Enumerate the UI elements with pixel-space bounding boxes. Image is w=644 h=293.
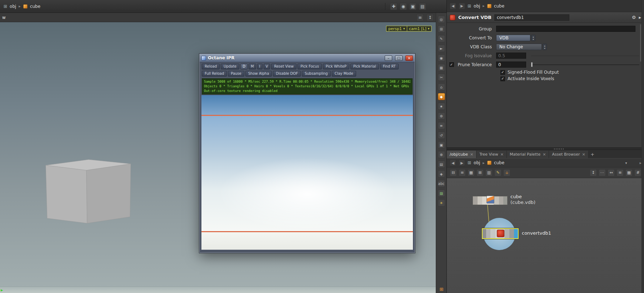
forward-icon[interactable]: ▶ bbox=[459, 3, 465, 9]
tab-asset-browser[interactable]: Asset Browser × bbox=[549, 151, 588, 158]
tab-tree-view[interactable]: Tree View × bbox=[476, 151, 507, 158]
back-icon[interactable]: ◀ bbox=[450, 160, 456, 166]
disable-dof-button[interactable]: Disable DOF bbox=[273, 71, 301, 77]
path-dropdown-caret-icon[interactable]: ▾ bbox=[625, 161, 627, 165]
maximize-button[interactable]: □ bbox=[395, 55, 403, 61]
more-icon[interactable]: ▸ bbox=[639, 15, 641, 20]
layers-icon[interactable]: ▤ bbox=[438, 161, 445, 168]
reload-button[interactable]: Reload bbox=[202, 64, 220, 69]
vdb-class-dropdown[interactable]: No Change bbox=[496, 44, 542, 50]
network-breadcrumb-obj[interactable]: obj bbox=[474, 160, 480, 165]
quickmarks-icon[interactable]: ⊞ bbox=[438, 286, 445, 292]
find-rt-button[interactable]: Find RT bbox=[380, 64, 399, 69]
notes-icon[interactable]: ✎ bbox=[494, 169, 501, 176]
layout-icon[interactable]: ▤ bbox=[419, 3, 426, 10]
octane-titlebar[interactable]: Octane IPR – □ × bbox=[200, 54, 415, 62]
i-toggle-button[interactable]: I bbox=[257, 64, 263, 69]
param-scrollbar[interactable] bbox=[640, 24, 641, 62]
breadcrumb-obj[interactable]: obj bbox=[10, 4, 16, 9]
convert-to-dropdown[interactable]: VDB bbox=[496, 35, 530, 41]
texture-icon[interactable]: ▨ bbox=[438, 190, 445, 197]
objects-icon[interactable]: ▦ bbox=[438, 64, 445, 71]
network-breadcrumb-cube[interactable]: cube bbox=[494, 160, 504, 165]
align-icon[interactable]: ≡ bbox=[616, 169, 624, 176]
convert-to-stepper[interactable]: ▴ ▾ bbox=[531, 35, 535, 41]
sheet-view-icon[interactable]: ▥ bbox=[485, 169, 493, 176]
octane-render-icon[interactable]: ◆ bbox=[438, 93, 445, 100]
snap-grid-icon[interactable]: ⊞ bbox=[438, 25, 445, 33]
undo-icon[interactable]: ↺ bbox=[438, 132, 445, 139]
pick-whitepoint-button[interactable]: Pick WhiteP bbox=[323, 64, 349, 69]
cut-tool-icon[interactable]: ✂ bbox=[438, 74, 445, 81]
param-breadcrumb-obj[interactable]: obj bbox=[474, 4, 480, 9]
layout-horizontal-icon[interactable]: ↔ bbox=[608, 169, 615, 176]
favorites-icon[interactable]: ★ bbox=[438, 103, 445, 110]
v-toggle-button[interactable]: V bbox=[264, 64, 270, 69]
render-view[interactable] bbox=[201, 95, 413, 250]
menu-tool-icon[interactable]: ≡ bbox=[438, 122, 445, 129]
persp-selector[interactable]: persp1 ▾ bbox=[386, 26, 407, 31]
node-convertvdb1[interactable] bbox=[482, 228, 519, 239]
back-icon[interactable]: ◀ bbox=[450, 3, 456, 9]
pause-button[interactable]: Pause bbox=[228, 71, 244, 77]
layout-vertical-icon[interactable]: ↕ bbox=[590, 169, 597, 176]
list-view-icon[interactable]: ≡ bbox=[459, 169, 466, 176]
frame-icon[interactable]: ▣ bbox=[438, 141, 445, 148]
edit-tool-icon[interactable]: ✎ bbox=[438, 35, 445, 42]
close-button[interactable]: × bbox=[405, 55, 413, 61]
camera-selector[interactable]: cam1 [L] ▾ bbox=[407, 26, 431, 31]
prune-tolerance-slider[interactable] bbox=[531, 62, 639, 67]
camera-icon[interactable]: ◉ bbox=[400, 3, 407, 10]
close-icon[interactable]: × bbox=[500, 152, 504, 157]
add-tab-button[interactable]: + bbox=[589, 151, 596, 158]
path-field[interactable] bbox=[45, 3, 385, 10]
pane-divider-grip[interactable] bbox=[554, 148, 565, 150]
pin-icon[interactable]: ✚ bbox=[390, 3, 397, 10]
abc-text-icon[interactable]: abc bbox=[438, 180, 445, 187]
subsampling-button[interactable]: Subsampling bbox=[302, 71, 331, 77]
reset-view-button[interactable]: Reset View bbox=[271, 64, 296, 69]
prune-enable-checkbox[interactable]: ✓ bbox=[449, 62, 454, 67]
folder-icon[interactable]: ⌂ bbox=[503, 169, 510, 176]
play-tool-icon[interactable]: ► bbox=[438, 45, 445, 52]
grid-toggle-icon[interactable]: ▦ bbox=[625, 169, 633, 176]
activate-inside-checkbox[interactable]: ✓ bbox=[500, 77, 505, 81]
forward-icon[interactable]: ▶ bbox=[459, 160, 465, 166]
close-icon[interactable]: × bbox=[582, 152, 585, 157]
gear-icon[interactable]: ⚙ bbox=[632, 15, 636, 20]
update-button[interactable]: Update bbox=[221, 64, 239, 69]
pane-divider[interactable] bbox=[447, 147, 644, 150]
tab-material-palette[interactable]: Material Palette × bbox=[507, 151, 549, 158]
pick-material-button[interactable]: Pick Material bbox=[350, 64, 379, 69]
group-input[interactable] bbox=[496, 26, 635, 32]
tab-obj-cube[interactable]: /obj/cube × bbox=[447, 151, 476, 158]
home-view-icon[interactable]: ⌂ bbox=[438, 83, 445, 91]
minimize-button[interactable]: – bbox=[385, 55, 392, 61]
param-breadcrumb-cube[interactable]: cube bbox=[494, 4, 504, 9]
m-toggle-button[interactable]: M bbox=[249, 64, 256, 69]
light-icon[interactable]: ☀ bbox=[438, 199, 445, 206]
pick-focus-button[interactable]: Pick Focus bbox=[298, 64, 322, 69]
network-view-icon[interactable]: ⊞ bbox=[476, 169, 484, 176]
view-controls-icon[interactable]: ◎ bbox=[438, 16, 445, 23]
material-icon[interactable]: ◈ bbox=[438, 170, 445, 177]
node-cube[interactable] bbox=[473, 196, 508, 205]
tree-list-icon[interactable]: ⊟ bbox=[450, 169, 457, 176]
close-icon[interactable]: × bbox=[543, 152, 546, 157]
network-canvas[interactable]: cube (cube.vdb) convertvdb1 bbox=[447, 178, 644, 293]
vdb-class-stepper[interactable]: ▴ ▾ bbox=[543, 44, 547, 50]
show-alpha-button[interactable]: Show Alpha bbox=[245, 71, 272, 77]
clay-mode-button[interactable]: Clay Mode bbox=[332, 71, 356, 77]
snap-toggle-icon[interactable]: # bbox=[634, 169, 641, 176]
sort-menu-icon[interactable]: ≡ bbox=[416, 14, 424, 21]
signed-flood-checkbox[interactable]: ✓ bbox=[500, 70, 505, 75]
snapshot-icon[interactable]: ▣ bbox=[409, 3, 416, 10]
full-reload-button[interactable]: Full Reload bbox=[202, 71, 227, 77]
d-toggle-button[interactable]: D bbox=[240, 64, 248, 69]
node-name-field[interactable]: convertvdb1 bbox=[494, 14, 569, 21]
close-icon[interactable]: × bbox=[470, 152, 473, 157]
add-tool-icon[interactable]: ⊕ bbox=[438, 112, 445, 119]
disable-icon[interactable]: ⊗ bbox=[438, 151, 445, 158]
cube-geometry[interactable] bbox=[42, 155, 135, 227]
dots-icon[interactable]: ⋯ bbox=[599, 169, 606, 176]
